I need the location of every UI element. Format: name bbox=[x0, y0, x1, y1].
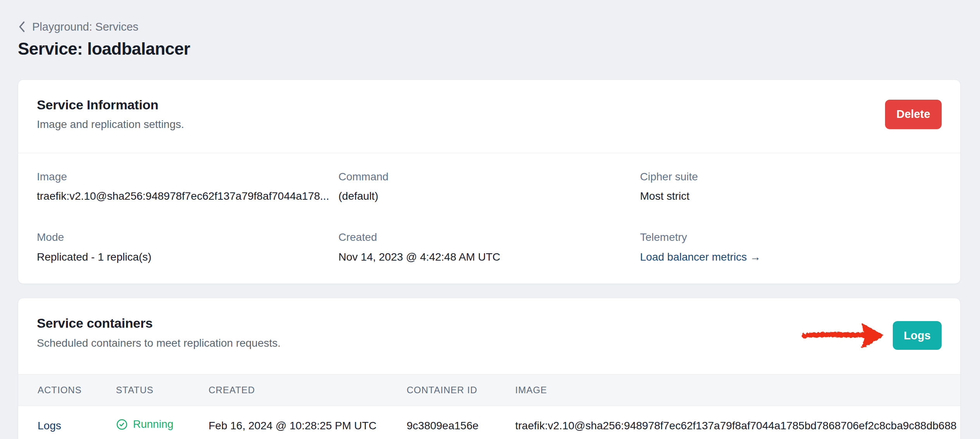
page: Playground: Services Service: loadbalanc… bbox=[0, 0, 980, 439]
column-header-image: IMAGE bbox=[496, 385, 960, 396]
table-row: Logs Running Feb 16, 2024 @ 10:28:25 PM … bbox=[18, 406, 960, 439]
column-header-actions: ACTIONS bbox=[18, 385, 97, 396]
status-badge: Running bbox=[116, 418, 173, 430]
service-containers-actions: Logs bbox=[801, 317, 942, 354]
cell-actions: Logs bbox=[18, 420, 97, 432]
status-label: Running bbox=[133, 418, 173, 430]
chevron-left-icon bbox=[18, 20, 26, 33]
field-telemetry-label: Telemetry bbox=[640, 231, 942, 244]
breadcrumb-label: Playground: Services bbox=[32, 20, 138, 34]
service-information-fields: Image traefik:v2.10@sha256:948978f7ec62f… bbox=[18, 153, 960, 283]
field-telemetry: Telemetry Load balancer metrics → bbox=[640, 231, 942, 263]
field-mode-label: Mode bbox=[37, 231, 338, 244]
service-containers-title: Service containers bbox=[37, 316, 281, 330]
field-image-value: traefik:v2.10@sha256:948978f7ec62f137a79… bbox=[37, 190, 338, 203]
field-command-value: (default) bbox=[338, 190, 640, 203]
field-command-label: Command bbox=[338, 170, 640, 183]
breadcrumb-back-link[interactable]: Playground: Services bbox=[18, 20, 138, 34]
logs-button[interactable]: Logs bbox=[893, 321, 942, 350]
table-header-row: ACTIONS STATUS CREATED CONTAINER ID IMAG… bbox=[18, 374, 960, 406]
field-created-label: Created bbox=[338, 231, 640, 244]
field-cipher-suite: Cipher suite Most strict bbox=[640, 170, 942, 203]
service-information-card: Service Information Image and replicatio… bbox=[18, 80, 961, 284]
cell-status: Running bbox=[97, 418, 189, 433]
service-containers-card: Service containers Scheduled containers … bbox=[18, 298, 961, 439]
field-image-label: Image bbox=[37, 170, 338, 183]
field-mode-value: Replicated - 1 replica(s) bbox=[37, 251, 338, 264]
annotation-arrow-icon bbox=[801, 317, 886, 354]
service-information-title: Service Information bbox=[37, 98, 184, 112]
delete-button[interactable]: Delete bbox=[885, 100, 942, 129]
service-containers-subtitle: Scheduled containers to meet replication… bbox=[37, 337, 281, 350]
load-balancer-metrics-link[interactable]: Load balancer metrics → bbox=[640, 251, 761, 264]
row-logs-link[interactable]: Logs bbox=[38, 420, 61, 432]
field-created-value: Nov 14, 2023 @ 4:42:48 AM UTC bbox=[338, 251, 640, 264]
field-mode: Mode Replicated - 1 replica(s) bbox=[37, 231, 338, 263]
service-information-header: Service Information Image and replicatio… bbox=[18, 80, 960, 153]
column-header-status: STATUS bbox=[97, 385, 189, 396]
service-containers-header-text: Service containers Scheduled containers … bbox=[37, 316, 281, 349]
page-title: Service: loadbalancer bbox=[18, 39, 961, 59]
column-header-container-id: CONTAINER ID bbox=[387, 385, 496, 396]
field-created: Created Nov 14, 2023 @ 4:42:48 AM UTC bbox=[338, 231, 640, 263]
check-circle-icon bbox=[116, 418, 128, 430]
column-header-created: CREATED bbox=[189, 385, 387, 396]
field-cipher-suite-label: Cipher suite bbox=[640, 170, 942, 183]
field-image: Image traefik:v2.10@sha256:948978f7ec62f… bbox=[37, 170, 338, 203]
cell-container-id: 9c3809ea156e bbox=[387, 420, 496, 432]
field-command: Command (default) bbox=[338, 170, 640, 203]
cell-created: Feb 16, 2024 @ 10:28:25 PM UTC bbox=[189, 420, 387, 432]
service-containers-header: Service containers Scheduled containers … bbox=[18, 298, 960, 374]
cell-image: traefik:v2.10@sha256:948978f7ec62f137a79… bbox=[496, 420, 960, 432]
service-information-header-text: Service Information Image and replicatio… bbox=[37, 98, 184, 131]
service-information-subtitle: Image and replication settings. bbox=[37, 118, 184, 131]
field-cipher-suite-value: Most strict bbox=[640, 190, 942, 203]
